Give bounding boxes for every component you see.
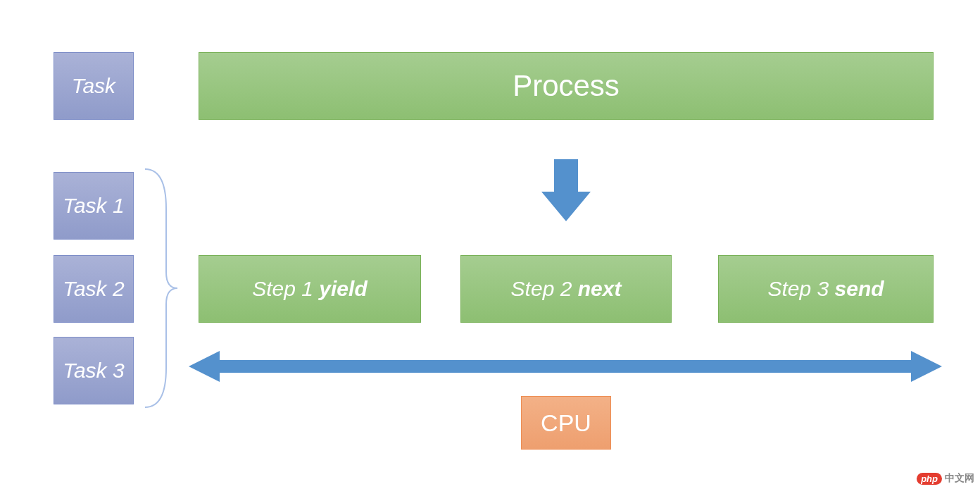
step-2-emph: next <box>578 277 622 300</box>
double-arrow-icon <box>189 349 942 383</box>
step-2-box: Step 2 next <box>460 255 672 323</box>
task-box-main: Task <box>54 52 134 120</box>
step-3-emph: send <box>835 277 884 300</box>
step-2-prefix: Step 2 <box>511 277 578 300</box>
step-1-box: Step 1 yield <box>199 255 421 323</box>
watermark-text: 中文网 <box>945 472 974 485</box>
watermark: php 中文网 <box>917 472 974 485</box>
step-1-emph: yield <box>319 277 367 300</box>
step-3-box: Step 3 send <box>718 255 934 323</box>
watermark-brand: php <box>917 473 942 485</box>
task-box-3: Task 3 <box>54 337 134 404</box>
brace-icon <box>139 166 182 410</box>
cpu-box: CPU <box>521 396 611 450</box>
step-1-prefix: Step 1 <box>252 277 319 300</box>
step-3-prefix: Step 3 <box>767 277 834 300</box>
task-box-2: Task 2 <box>54 255 134 323</box>
down-arrow-icon <box>541 159 591 223</box>
process-box: Process <box>199 52 934 120</box>
task-box-1: Task 1 <box>54 172 134 240</box>
